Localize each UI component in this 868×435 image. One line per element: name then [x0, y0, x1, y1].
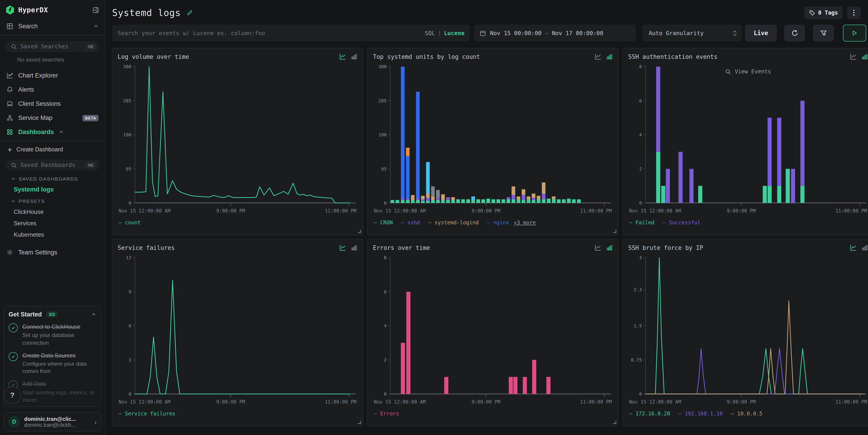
chevron-right-icon: ›: [94, 418, 97, 426]
legend-item[interactable]: —192.168.1.10: [678, 410, 722, 417]
line-chart-toggle-icon[interactable]: [339, 53, 346, 60]
lucene-toggle[interactable]: Lucene: [444, 30, 465, 36]
legend-item[interactable]: —10.0.0.5: [731, 410, 763, 417]
user-menu[interactable]: D dominic.tran@clic... dominic.tran@clic…: [4, 412, 101, 431]
legend-item[interactable]: —172.16.0.20: [629, 410, 670, 417]
sidebar-item-search[interactable]: Search: [0, 19, 105, 33]
saved-searches-input[interactable]: Saved Searches ⌘K: [5, 41, 99, 52]
select-arrows-icon: [733, 30, 737, 36]
svg-text:Nov 15 12:00:00 AM: Nov 15 12:00:00 AM: [629, 399, 681, 405]
line-chart-toggle-icon[interactable]: [339, 244, 346, 251]
chart-top-units[interactable]: 380285190950Nov 15 12:00:00 AM9:00:00 PM…: [373, 60, 613, 218]
svg-text:9:00:00 PM: 9:00:00 PM: [472, 208, 500, 214]
legend-item[interactable]: —systemd-logind: [428, 219, 479, 226]
bar-chart-toggle-icon[interactable]: [862, 244, 868, 251]
line-chart-toggle-icon[interactable]: [850, 53, 857, 60]
no-saved-searches-text: No saved searches: [17, 57, 105, 63]
legend-item[interactable]: —CRON: [374, 219, 393, 226]
bar-chart-toggle-icon[interactable]: [606, 244, 613, 251]
hyperdx-logo-icon: [5, 5, 14, 14]
run-query-button[interactable]: [843, 25, 866, 41]
svg-text:2: 2: [639, 166, 642, 172]
resize-handle[interactable]: [358, 421, 361, 424]
sql-toggle[interactable]: SQL: [425, 30, 435, 36]
toolbar: Search your events w/ Lucene ex. column:…: [105, 21, 868, 41]
section-saved-dashboards[interactable]: SAVED DASHBOARDS: [11, 176, 105, 182]
collapse-sidebar-icon[interactable]: [92, 6, 99, 14]
resize-handle[interactable]: [613, 230, 616, 233]
bar-chart-toggle-icon[interactable]: [351, 53, 358, 60]
sidebar-item-chart-explorer[interactable]: Chart Explorer: [0, 68, 105, 83]
search-section-label: Search: [18, 23, 38, 30]
get-started-progress-badge: 3/3: [45, 311, 58, 318]
search-section-icon: [6, 23, 13, 30]
bar-chart-toggle-icon[interactable]: [606, 53, 613, 60]
create-dashboard-label: Create Dashboard: [17, 146, 63, 153]
legend-more-link[interactable]: +3 more: [514, 219, 536, 226]
svg-text:9:00:00 PM: 9:00:00 PM: [216, 399, 245, 405]
lang-divider: |: [438, 30, 441, 36]
dashboard-grid: Log volume over time 380285190950Nov 15 …: [105, 41, 868, 426]
legend-item[interactable]: —Service failures: [119, 410, 175, 417]
legend-item[interactable]: —Failed: [629, 219, 654, 226]
chevron-down-icon: [11, 177, 16, 181]
line-chart-toggle-icon[interactable]: [850, 244, 857, 251]
chevron-up-icon[interactable]: [91, 312, 96, 317]
resize-handle[interactable]: [613, 421, 616, 424]
event-search-input[interactable]: Search your events w/ Lucene ex. column:…: [112, 25, 470, 41]
edit-title-icon[interactable]: [186, 9, 193, 16]
legend-item[interactable]: —Errors: [374, 410, 399, 417]
sidebar-item-systemd-logs[interactable]: Systemd logs: [14, 186, 105, 193]
help-button[interactable]: ?: [4, 387, 21, 404]
step-desc: Configure where your data comes from: [22, 360, 96, 375]
svg-text:0: 0: [639, 200, 642, 206]
get-started-step-add-data[interactable]: Add Data Start sending logs, metrics, or…: [9, 380, 96, 404]
legend-item[interactable]: —sshd: [401, 219, 420, 226]
chevron-down-icon: [11, 199, 16, 204]
date-range-picker[interactable]: Nov 15 00:00:00 - Nov 17 00:00:00: [474, 25, 636, 41]
chart-legend: —Service failures: [119, 409, 358, 418]
chart-ssh-brute-force[interactable]: 32.31.50.750Nov 15 12:00:00 AM9:00:00 PM…: [628, 251, 868, 409]
main-content: Systemd logs 0 Tags Search your events w…: [105, 0, 868, 435]
svg-text:Nov 15 12:00:00 AM: Nov 15 12:00:00 AM: [119, 208, 170, 214]
section-presets[interactable]: PRESETS: [11, 198, 105, 204]
resize-handle[interactable]: [358, 230, 361, 233]
sidebar-item-client-sessions[interactable]: Client Sessions: [0, 97, 105, 111]
chart-service-failures[interactable]: 129630Nov 15 12:00:00 AM9:00:00 PM11:00:…: [118, 251, 358, 409]
chart-errors[interactable]: 86420Nov 15 12:00:00 AM9:00:00 PM11:00:0…: [373, 251, 613, 409]
tags-button[interactable]: 0 Tags: [804, 6, 843, 19]
filter-button[interactable]: [813, 25, 834, 41]
create-dashboard-button[interactable]: Create Dashboard: [0, 143, 105, 156]
sidebar-item-service-map[interactable]: Service Map BETA: [0, 111, 105, 125]
sidebar-item-services[interactable]: Services: [14, 220, 105, 227]
chart-log-volume[interactable]: 380285190950Nov 15 12:00:00 AM9:00:00 PM…: [118, 60, 358, 218]
service-map-icon: [6, 115, 13, 121]
svg-text:0: 0: [129, 200, 131, 206]
legend-item[interactable]: —Successful: [663, 219, 701, 226]
line-chart-toggle-icon[interactable]: [594, 244, 602, 251]
refresh-button[interactable]: [784, 25, 805, 41]
legend-item[interactable]: —count: [119, 219, 141, 226]
sidebar-item-kubernetes[interactable]: Kubernetes: [14, 231, 105, 238]
granularity-value: Auto Granularity: [649, 30, 704, 36]
live-button[interactable]: Live: [745, 25, 777, 41]
sidebar-item-team-settings[interactable]: Team Settings: [0, 245, 105, 259]
bar-chart-toggle-icon[interactable]: [862, 53, 868, 60]
view-events-button[interactable]: View Events: [725, 68, 771, 75]
sidebar-item-clickhouse[interactable]: ClickHouse: [14, 208, 105, 215]
sidebar: HyperDX Search Saved Searches ⌘K No save…: [0, 0, 105, 435]
saved-dashboards-input[interactable]: Saved Dashboards ⌘K: [5, 160, 99, 170]
more-options-button[interactable]: [847, 6, 861, 19]
sidebar-item-dashboards[interactable]: Dashboards: [0, 125, 105, 139]
gear-icon: [6, 249, 13, 256]
granularity-select[interactable]: Auto Granularity: [642, 25, 742, 41]
chart-ssh-auth[interactable]: 86420Nov 15 12:00:00 AM9:00:00 PM11:00:0…: [628, 60, 868, 218]
search-placeholder: Search your events w/ Lucene ex. column:…: [118, 30, 265, 36]
check-circle-icon: [9, 323, 18, 333]
get-started-step-connect[interactable]: Connect to ClickHouse Set up your databa…: [9, 322, 96, 346]
line-chart-toggle-icon[interactable]: [594, 53, 602, 60]
get-started-step-sources[interactable]: Create Data Sources Configure where your…: [9, 351, 96, 375]
sidebar-item-alerts[interactable]: Alerts: [0, 83, 105, 97]
bar-chart-toggle-icon[interactable]: [351, 244, 358, 251]
legend-item[interactable]: —nginx: [487, 219, 509, 226]
